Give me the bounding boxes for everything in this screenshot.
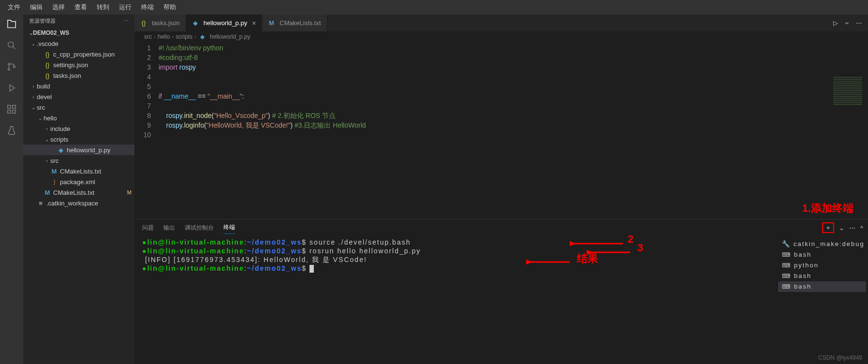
line-gutter: 12345678910 (134, 43, 159, 219)
terminal-output[interactable]: ●lin@lin-virtual-machine:~/demo02_ws$ so… (134, 236, 776, 364)
new-terminal-icon[interactable]: ＋ (822, 222, 834, 233)
tree-item-devel[interactable]: ›devel (23, 91, 134, 102)
terminal-item-bash-0[interactable]: ⌨bash (778, 249, 866, 260)
json-icon: {} (44, 72, 51, 79)
tree-label: tasks.json (53, 72, 81, 79)
explorer-sidebar: 资源管理器 ⋯ ⌄DEMO02_WS ⌄.vscode{}c_cpp_prope… (23, 15, 134, 364)
svg-point-2 (8, 69, 10, 71)
xml-icon: ⟩ (50, 178, 58, 186)
txt-icon: ≡ (37, 200, 44, 207)
extensions-icon[interactable] (6, 103, 17, 115)
code-editor[interactable]: 12345678910 #! /usr/bin/env python#codin… (134, 42, 868, 219)
search-icon[interactable] (6, 40, 17, 51)
breadcrumbs[interactable]: src›hello›scripts›◆helloworld_p.py (134, 31, 868, 42)
menu-文件[interactable]: 文件 (4, 1, 24, 14)
py-icon: ◆ (198, 33, 206, 40)
svg-rect-6 (8, 110, 11, 113)
tree-item-scripts[interactable]: ⌄scripts (23, 134, 134, 145)
menu-终端[interactable]: 终端 (137, 1, 158, 14)
json-icon: {} (44, 61, 51, 69)
tree-label: helloworld_p.py (67, 146, 110, 154)
svg-rect-4 (8, 105, 11, 108)
testing-icon[interactable] (6, 125, 17, 136)
svg-point-1 (8, 63, 10, 65)
tree-label: settings.json (53, 61, 88, 69)
tree-label: .catkin_workspace (46, 200, 98, 207)
menubar: 文件编辑选择查看转到运行终端帮助 (0, 0, 868, 15)
tree-item-include[interactable]: ›include (23, 123, 134, 134)
panel-tab-输出[interactable]: 输出 (163, 222, 175, 234)
editor-tabs: {}tasks.json◆helloworld_p.py×MCMakeLists… (134, 15, 868, 31)
tree-item-build[interactable]: ›build (23, 81, 134, 91)
tree-item-src[interactable]: ⌄src (23, 102, 134, 113)
tree-item-tasks.json[interactable]: {}tasks.json (23, 70, 134, 81)
svg-point-0 (8, 42, 14, 47)
tab-tasks.json[interactable]: {}tasks.json (134, 15, 186, 31)
terminal-item-bash-3[interactable]: ⌨bash (778, 281, 866, 292)
tree-item-hello[interactable]: ⌄hello (23, 113, 134, 123)
panel-maximize-icon[interactable]: ^ (860, 224, 863, 232)
bottom-panel: 问题输出调试控制台终端 ＋ ⌄ ⋯ ^ ●lin@lin-virtual-mac… (134, 219, 868, 364)
panel-actions: ＋ ⌄ ⋯ ^ (822, 222, 863, 233)
tree-item-CMakeLists.txt[interactable]: MCMakeLists.txt (23, 187, 134, 198)
menu-运行[interactable]: 运行 (115, 1, 135, 14)
svg-point-3 (14, 66, 15, 68)
terminal-dropdown-icon[interactable]: ⌄ (839, 224, 844, 232)
tree-item-settings.json[interactable]: {}settings.json (23, 59, 134, 70)
tree-label: build (37, 83, 50, 90)
source-control-icon[interactable] (6, 61, 17, 73)
svg-rect-7 (13, 110, 15, 113)
panel-tab-调试控制台[interactable]: 调试控制台 (185, 222, 214, 234)
tab-helloworld_p.py[interactable]: ◆helloworld_p.py× (186, 15, 263, 31)
breadcrumb-helloworld_p.py[interactable]: helloworld_p.py (210, 33, 250, 40)
split-editor-icon[interactable]: ⫟ (844, 19, 850, 27)
py-icon: ◆ (192, 19, 199, 27)
editor-tab-actions: ▷ ⫟ ⋯ (827, 15, 868, 31)
tree-label: src (50, 157, 59, 164)
close-icon[interactable]: × (250, 19, 256, 27)
panel-more-icon[interactable]: ⋯ (849, 224, 855, 232)
debug-icon[interactable] (6, 82, 17, 94)
menu-帮助[interactable]: 帮助 (160, 1, 180, 14)
terminal-list: 🔧catkin_make:debugTask⌨bash⌨python⌨bash⌨… (776, 236, 868, 364)
tree-item-src[interactable]: ›src (23, 155, 134, 166)
tab-label: CMakeLists.txt (280, 19, 321, 27)
code-content[interactable]: #! /usr/bin/env python#coding:utf-8impor… (159, 43, 868, 219)
tree-item-package.xml[interactable]: ⟩package.xml (23, 176, 134, 187)
breadcrumb-scripts[interactable]: scripts (176, 33, 192, 40)
cmake-icon: M (50, 168, 58, 175)
main-area: 资源管理器 ⋯ ⌄DEMO02_WS ⌄.vscode{}c_cpp_prope… (0, 15, 868, 364)
menu-编辑[interactable]: 编辑 (26, 1, 46, 14)
file-tree: ⌄.vscode{}c_cpp_properties.json{}setting… (23, 38, 134, 364)
cmake-icon: M (44, 189, 51, 196)
menu-转到[interactable]: 转到 (93, 1, 113, 14)
sidebar-title: 资源管理器 (29, 17, 56, 25)
menu-选择[interactable]: 选择 (48, 1, 69, 14)
breadcrumb-src[interactable]: src (144, 33, 152, 40)
tree-label: scripts (50, 136, 69, 143)
tree-item-.vscode[interactable]: ⌄.vscode (23, 38, 134, 49)
tree-item-helloworld_p.py[interactable]: ◆helloworld_p.py (23, 145, 134, 155)
explorer-icon[interactable] (6, 18, 17, 30)
tab-CMakeLists.txt[interactable]: MCMakeLists.txt (262, 15, 327, 31)
terminal-icon: ⌨ (782, 250, 791, 259)
tree-label: package.xml (60, 178, 95, 186)
wrench-icon: 🔧 (782, 240, 791, 248)
terminal-item-python-1[interactable]: ⌨python (778, 260, 866, 271)
tree-item-.catkin_workspace[interactable]: ≡.catkin_workspace (23, 198, 134, 208)
panel-tab-终端[interactable]: 终端 (223, 221, 235, 234)
tab-label: tasks.json (152, 19, 180, 27)
sidebar-more-icon[interactable]: ⋯ (123, 18, 129, 24)
tree-item-CMakeLists.txt[interactable]: MCMakeLists.txt (23, 166, 134, 176)
terminal-task[interactable]: 🔧catkin_make:debugTask (778, 239, 866, 249)
tree-label: c_cpp_properties.json (53, 51, 115, 58)
menu-查看[interactable]: 查看 (71, 1, 91, 14)
breadcrumb-hello[interactable]: hello (158, 33, 170, 40)
tree-item-c_cpp_properties.json[interactable]: {}c_cpp_properties.json (23, 49, 134, 59)
panel-tab-问题[interactable]: 问题 (142, 222, 154, 234)
project-name[interactable]: ⌄DEMO02_WS (23, 28, 134, 38)
tree-label: src (37, 104, 45, 111)
terminal-item-bash-2[interactable]: ⌨bash (778, 271, 866, 281)
more-icon[interactable]: ⋯ (856, 19, 862, 27)
run-icon[interactable]: ▷ (833, 19, 838, 27)
